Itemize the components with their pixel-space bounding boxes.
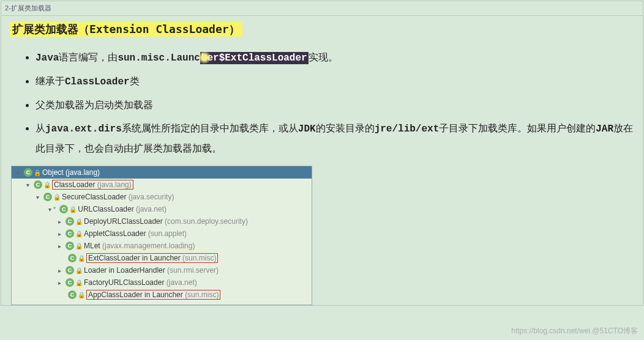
expand-icon[interactable]: ▸ [56, 218, 63, 225]
class-icon: C [68, 290, 77, 299]
highlighted-node: AppClassLoader in Launcher (sun.misc) [86, 290, 220, 300]
tree-node-deployurlclassloader[interactable]: ▸ C 🔒 DeployURLClassLoader (com.sun.depl… [12, 215, 312, 227]
class-icon: C [66, 266, 74, 275]
node-package: (java.net) [167, 278, 197, 287]
lock-icon: 🔒 [75, 243, 83, 249]
node-package: (javax.management.loading) [102, 242, 195, 250]
class-hierarchy-tree: ▾ C 🔒 Object (java.lang) ▾ C 🔒 ClassLoad… [11, 166, 312, 305]
node-package: (com.sun.deploy.security) [165, 217, 248, 226]
class-icon: C [66, 229, 74, 238]
bullet-item-2: 继承于ClassLoader类 [36, 72, 634, 92]
code-text: JDK [298, 124, 316, 135]
tree-node-urlclassloader[interactable]: ▾ * C 🔒 URLClassLoader (java.net) [12, 203, 312, 215]
selected-text[interactable]: her$ExtClassLoader [200, 52, 309, 64]
text: 子目录下加载类库。如果用户创建的 [439, 123, 596, 133]
node-label: URLClassLoader [78, 205, 133, 213]
tree-node-object[interactable]: ▾ C 🔒 Object (java.lang) [12, 166, 312, 179]
lock-icon: 🔒 [43, 182, 51, 188]
node-label: DeployURLClassLoader [84, 217, 163, 226]
text: 实现。 [309, 52, 338, 62]
class-icon: C [66, 278, 74, 287]
expand-icon[interactable]: ▸ [56, 279, 63, 286]
expand-icon[interactable]: ▾ [14, 169, 21, 176]
lock-icon: 🔒 [75, 218, 83, 225]
text: 继承于 [36, 76, 65, 86]
code-text: jre/lib/ext [375, 124, 440, 135]
text: 从 [36, 123, 45, 133]
text: 系统属性所指定的目录中加载类库，或从 [122, 123, 298, 133]
class-icon: C [34, 180, 42, 189]
lock-icon: 🔒 [78, 255, 85, 262]
code-text: java.ext.dirs [45, 124, 122, 135]
expand-icon[interactable]: ▾ [34, 194, 41, 201]
text: 父类加载器为启动类加载器 [36, 100, 153, 110]
lock-icon: 🔒 [78, 292, 85, 298]
tab-title: 2-扩展类加载器 [1, 1, 643, 16]
heading-text-en: Extension ClassLoader [89, 23, 229, 35]
lock-icon: 🔒 [75, 267, 83, 274]
star-icon: * [53, 205, 56, 213]
text: 语言编写，由 [59, 52, 118, 62]
text: 类 [130, 76, 140, 86]
text: 的安装目录的 [316, 123, 375, 133]
expand-icon[interactable]: ▾ [46, 206, 53, 213]
node-label: Object [42, 168, 64, 177]
document-frame: 2-扩展类加载器 扩展类加载器（Extension ClassLoader） J… [1, 1, 643, 306]
node-package: (sun.applet) [148, 229, 187, 238]
node-label: SecureClassLoader [62, 193, 126, 201]
watermark: https://blog.csdn.net/wei @51CTO博客 [511, 326, 638, 336]
class-icon: C [66, 242, 74, 250]
tree-node-extclassloader[interactable]: C 🔒 ExtClassLoader in Launcher (sun.misc… [12, 252, 312, 264]
node-package: (sun.misc) [182, 254, 216, 262]
code-text: sun.misc.Launc [118, 53, 200, 64]
class-icon: C [66, 217, 74, 226]
expand-icon[interactable]: ▾ [24, 182, 31, 188]
node-package: (sun.rmi.server) [167, 266, 219, 275]
node-package: (java.net) [136, 205, 167, 213]
class-icon: C [43, 193, 52, 201]
node-label: ExtClassLoader in Launcher [88, 254, 181, 262]
tree-node-appletclassloader[interactable]: ▸ C 🔒 AppletClassLoader (sun.applet) [12, 227, 312, 240]
text: Java [36, 53, 59, 64]
tree-node-factoryurlclassloader[interactable]: ▸ C 🔒 FactoryURLClassLoader (java.net) [12, 276, 312, 289]
lock-icon: 🔒 [53, 194, 61, 201]
code-text: JAR [596, 124, 613, 135]
node-label: ClassLoader [54, 180, 95, 189]
tree-node-mlet[interactable]: ▸ C 🔒 MLet (javax.management.loading) [12, 240, 312, 252]
expand-icon[interactable]: ▸ [56, 243, 63, 249]
bullet-item-1: Java语言编写，由sun.misc.Launcher$ExtClassLoad… [36, 48, 634, 68]
lock-icon: 🔒 [69, 206, 77, 213]
tree-node-appclassloader[interactable]: C 🔒 AppClassLoader in Launcher (sun.misc… [12, 289, 312, 301]
node-package: (sun.misc) [185, 290, 219, 299]
lock-icon: 🔒 [34, 169, 41, 176]
node-package: (java.lang) [97, 180, 132, 189]
highlighted-node: ClassLoader (java.lang) [52, 180, 133, 190]
class-icon: C [68, 254, 77, 262]
tree-node-loader[interactable]: ▸ C 🔒 Loader in LoaderHandler (sun.rmi.s… [12, 264, 312, 276]
cursor-highlight [198, 51, 211, 64]
expand-icon[interactable]: ▸ [56, 231, 63, 237]
node-package: (java.security) [129, 193, 174, 201]
node-package: (java.lang) [66, 168, 100, 177]
node-label: MLet [84, 242, 100, 250]
node-label: AppClassLoader in Launcher [88, 290, 183, 299]
expand-icon[interactable]: ▸ [56, 267, 63, 274]
code-text: ClassLoader [65, 76, 130, 87]
node-label: AppletClassLoader [84, 229, 146, 238]
tree-node-classloader[interactable]: ▾ C 🔒 ClassLoader (java.lang) [12, 179, 312, 191]
heading-text-suffix: ） [229, 23, 240, 35]
highlighted-node: ExtClassLoader in Launcher (sun.misc) [86, 253, 218, 263]
tree-node-secureclassloader[interactable]: ▾ C 🔒 SecureClassLoader (java.security) [12, 191, 312, 203]
section-heading: 扩展类加载器（Extension ClassLoader） [10, 22, 242, 37]
lock-icon: 🔒 [75, 279, 83, 286]
bullet-list: Java语言编写，由sun.misc.Launcher$ExtClassLoad… [10, 48, 634, 158]
heading-text-prefix: 扩展类加载器（ [12, 23, 89, 35]
node-label: FactoryURLClassLoader [84, 278, 164, 287]
lock-icon: 🔒 [75, 231, 83, 237]
node-label: Loader in LoaderHandler [84, 266, 165, 275]
bullet-item-4: 从java.ext.dirs系统属性所指定的目录中加载类库，或从JDK的安装目录… [36, 119, 634, 158]
bullet-item-3: 父类加载器为启动类加载器 [36, 95, 634, 115]
content-area: 扩展类加载器（Extension ClassLoader） Java语言编写，由… [1, 16, 643, 305]
class-icon: C [24, 168, 32, 177]
class-icon: C [59, 205, 68, 213]
